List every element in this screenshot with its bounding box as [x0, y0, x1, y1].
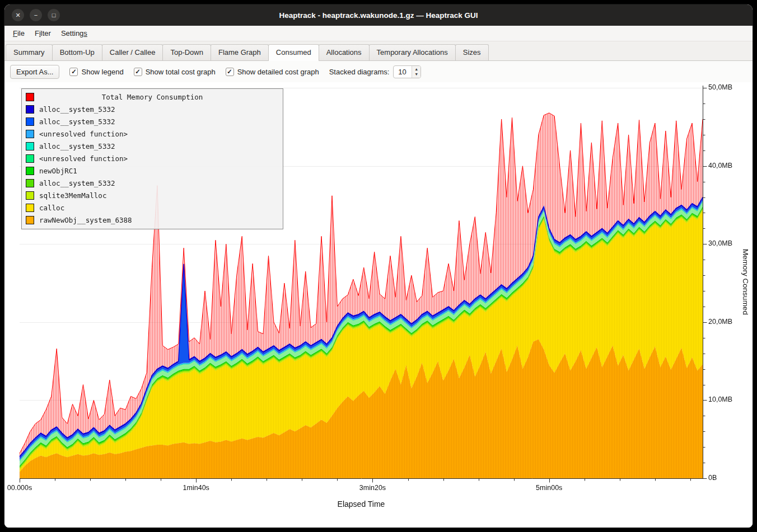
legend-item: <unresolved function> — [26, 128, 279, 140]
spinner-up-icon[interactable]: ▲ — [412, 67, 420, 72]
tab-summary[interactable]: Summary — [6, 44, 53, 60]
checkbox-label: Show total cost graph — [146, 68, 216, 76]
checkbox-show-total-cost-graph[interactable]: ✓Show total cost graph — [134, 68, 216, 76]
stacked-diagrams-spinner[interactable]: 10 ▲ ▼ — [393, 65, 421, 78]
maximize-button[interactable]: □ — [48, 9, 60, 21]
legend-swatch — [26, 154, 34, 163]
heaptrack-window: ✕ − □ Heaptrack - heaptrack.wakunode.1.g… — [4, 4, 753, 528]
legend-swatch-total — [26, 93, 34, 101]
close-button[interactable]: ✕ — [12, 9, 24, 21]
y-tick-label: 30,0MB — [708, 239, 732, 247]
legend-label: alloc__system_5332 — [39, 105, 115, 114]
legend-swatch — [26, 191, 34, 200]
y-axis-title: Memory Consumed — [741, 249, 750, 315]
legend-label: <unresolved function> — [39, 154, 128, 163]
tab-top-down[interactable]: Top-Down — [162, 44, 211, 60]
export-as-button[interactable]: Export As... — [10, 65, 59, 79]
legend-swatch — [26, 105, 34, 114]
maximize-icon: □ — [52, 12, 56, 18]
legend-label: alloc__system_5332 — [39, 117, 115, 126]
legend-item: sqlite3MemMalloc — [26, 189, 279, 201]
legend-label: alloc__system_5332 — [39, 142, 115, 150]
y-tick-label: 50,0MB — [708, 83, 732, 91]
tab-flame-graph[interactable]: Flame Graph — [211, 44, 269, 60]
legend-item: rawNewObj__system_6388 — [26, 214, 279, 226]
tab-temporary-allocations[interactable]: Temporary Allocations — [369, 44, 456, 60]
y-tick-label: 20,0MB — [708, 318, 732, 326]
checkbox-check-icon: ✓ — [134, 68, 142, 76]
x-tick-label: 1min40s — [183, 484, 209, 492]
stacked-diagrams-group: Stacked diagrams: 10 ▲ ▼ — [329, 65, 422, 78]
legend-label: sqlite3MemMalloc — [39, 191, 106, 200]
chart-legend: Total Memory Consumptionalloc__system_53… — [21, 88, 283, 229]
x-tick-label: 3min20s — [359, 484, 386, 492]
menu-filter[interactable]: Filter — [30, 26, 56, 41]
tab-allocations[interactable]: Allocations — [319, 44, 370, 60]
legend-label: newObjRC1 — [39, 167, 77, 175]
tabbar: SummaryBottom-UpCaller / CalleeTop-DownF… — [4, 41, 753, 61]
legend-swatch — [26, 167, 34, 175]
stacked-diagrams-label: Stacked diagrams: — [329, 68, 390, 76]
menu-file[interactable]: File — [8, 26, 30, 41]
legend-swatch — [26, 142, 34, 150]
legend-label: <unresolved function> — [39, 130, 128, 138]
checkbox-check-icon: ✓ — [226, 68, 234, 76]
tab-sizes[interactable]: Sizes — [455, 44, 489, 60]
titlebar[interactable]: ✕ − □ Heaptrack - heaptrack.wakunode.1.g… — [4, 4, 753, 26]
checkbox-label: Show detailed cost graph — [237, 68, 319, 76]
legend-swatch — [26, 204, 34, 212]
legend-item: alloc__system_5332 — [26, 115, 279, 128]
legend-label: alloc__system_5332 — [39, 179, 115, 187]
legend-header: Total Memory Consumption — [26, 91, 279, 103]
legend-item: alloc__system_5332 — [26, 140, 279, 152]
y-tick-label: 40,0MB — [708, 162, 732, 170]
legend-item: alloc__system_5332 — [26, 177, 279, 189]
x-tick-label: 00.000s — [7, 484, 32, 492]
legend-item: calloc — [26, 201, 279, 214]
legend-swatch — [26, 216, 34, 224]
legend-item: alloc__system_5332 — [26, 103, 279, 115]
tab-consumed[interactable]: Consumed — [268, 44, 319, 61]
legend-swatch — [26, 130, 34, 138]
spinner-arrows: ▲ ▼ — [412, 66, 420, 78]
chart-area: Total Memory Consumptionalloc__system_53… — [4, 82, 753, 528]
x-tick-label: 5min00s — [536, 484, 562, 492]
y-tick-label: 10,0MB — [708, 396, 732, 403]
stacked-diagrams-value[interactable]: 10 — [394, 66, 412, 78]
legend-swatch — [26, 179, 34, 187]
toolbar-checkboxes: ✓Show legend✓Show total cost graph✓Show … — [69, 68, 319, 76]
legend-label: rawNewObj__system_6388 — [39, 216, 132, 224]
legend-swatch — [26, 117, 34, 126]
tab-caller-callee[interactable]: Caller / Callee — [102, 44, 163, 60]
window-controls: ✕ − □ — [12, 9, 60, 21]
menubar: File Filter Settings — [4, 26, 753, 41]
x-axis-title: Elapsed Time — [338, 500, 385, 509]
toolbar: Export As... ✓Show legend✓Show total cos… — [4, 61, 753, 82]
legend-item: <unresolved function> — [26, 152, 279, 164]
legend-label: calloc — [39, 204, 64, 212]
legend-item: newObjRC1 — [26, 164, 279, 177]
spinner-down-icon[interactable]: ▼ — [412, 72, 420, 77]
checkbox-show-legend[interactable]: ✓Show legend — [69, 68, 123, 76]
y-tick-label: 0B — [708, 474, 717, 482]
tab-bottom-up[interactable]: Bottom-Up — [52, 44, 102, 60]
checkbox-check-icon: ✓ — [69, 68, 78, 76]
minimize-button[interactable]: − — [30, 9, 42, 21]
close-icon: ✕ — [15, 12, 20, 18]
menu-settings[interactable]: Settings — [56, 26, 92, 41]
checkbox-show-detailed-cost-graph[interactable]: ✓Show detailed cost graph — [226, 68, 319, 76]
minimize-icon: − — [34, 12, 38, 18]
window-title: Heaptrack - heaptrack.wakunode.1.gz — He… — [4, 11, 753, 20]
legend-title: Total Memory Consumption — [39, 93, 265, 101]
checkbox-label: Show legend — [81, 68, 123, 76]
